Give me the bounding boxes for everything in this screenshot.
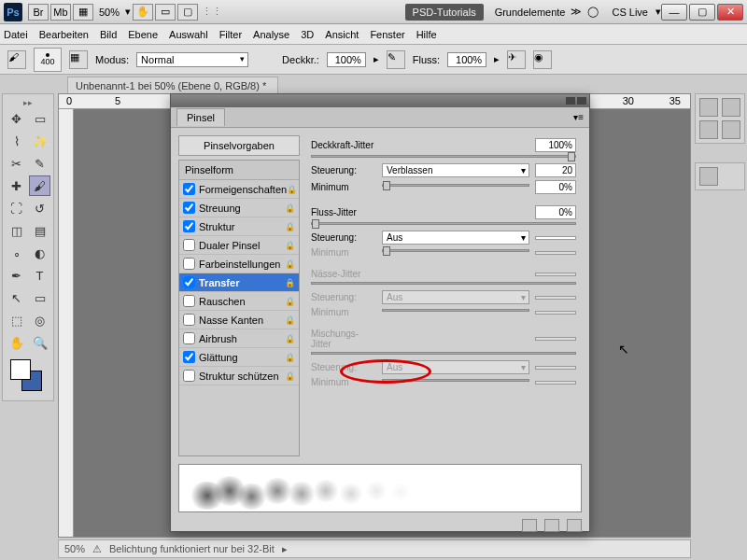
cslive-label[interactable]: CS Live <box>612 7 648 18</box>
workspace-button[interactable]: PSD-Tutorials <box>405 4 484 21</box>
screenmode-icon[interactable]: ▢ <box>177 4 198 21</box>
marquee-tool[interactable]: ▭ <box>29 108 50 129</box>
menu-3d[interactable]: 3D <box>301 29 314 40</box>
lock-icon[interactable]: 🔒 <box>285 278 295 287</box>
close-button[interactable]: ✕ <box>717 4 743 21</box>
chevron-down-icon[interactable]: ▾ <box>125 6 131 18</box>
panel-icon[interactable] <box>699 167 718 186</box>
opacity-control-select[interactable]: Verblassen <box>382 163 529 177</box>
shape-tool[interactable]: ▭ <box>29 287 50 308</box>
zoom-tool[interactable]: 🔍 <box>29 332 50 353</box>
flow-input[interactable]: 100% <box>447 52 486 67</box>
menu-ansicht[interactable]: Ansicht <box>325 29 359 40</box>
opt-streuung[interactable]: Streuung🔒 <box>179 199 299 217</box>
status-zoom[interactable]: 50% <box>64 543 85 554</box>
hand-icon[interactable]: ✋ <box>133 4 153 21</box>
pen-tool[interactable]: ✒ <box>6 265 27 286</box>
tablet-size-icon[interactable]: ◉ <box>533 50 552 69</box>
collapse-icon[interactable] <box>566 97 575 105</box>
lasso-tool[interactable]: ⌇ <box>6 131 27 151</box>
menu-analyse[interactable]: Analyse <box>253 29 289 40</box>
type-tool[interactable]: T <box>29 265 50 286</box>
dodge-tool[interactable]: ◐ <box>29 243 50 263</box>
panel-icon[interactable] <box>722 120 740 139</box>
eyedropper-tool[interactable]: ✎ <box>29 153 50 174</box>
crop-tool[interactable]: ✂ <box>6 153 27 174</box>
lock-icon[interactable]: 🔒 <box>287 185 297 194</box>
menu-datei[interactable]: Datei <box>4 29 28 40</box>
blur-tool[interactable]: ∘ <box>6 243 27 263</box>
tablet-opacity-icon[interactable]: ✎ <box>387 50 405 69</box>
panel-icon[interactable] <box>699 120 718 139</box>
menu-bearbeiten[interactable]: Bearbeiten <box>39 29 89 40</box>
menu-bild[interactable]: Bild <box>100 29 117 40</box>
lock-icon[interactable]: 🔒 <box>285 334 295 343</box>
minimize-button[interactable]: — <box>661 4 687 21</box>
opacity-jitter-value[interactable]: 100% <box>535 138 576 152</box>
cslive-icon[interactable]: ◯ <box>587 6 599 18</box>
menu-filter[interactable]: Filter <box>219 29 242 40</box>
lock-icon[interactable]: 🔒 <box>285 241 295 250</box>
opt-airbrush[interactable]: Airbrush🔒 <box>179 329 299 348</box>
minimum-value[interactable]: 0% <box>535 180 576 194</box>
chevron-icon[interactable]: ▸ <box>282 543 288 555</box>
lock-icon[interactable]: 🔒 <box>285 259 295 269</box>
opacity-control-value[interactable]: 20 <box>535 163 576 177</box>
brush-tool[interactable]: 🖌 <box>29 175 50 196</box>
flow-control-value[interactable] <box>535 236 576 240</box>
toggle-icon[interactable] <box>522 519 537 532</box>
trash-icon[interactable] <box>567 519 582 532</box>
move-tool[interactable]: ✥ <box>6 108 27 129</box>
eraser-tool[interactable]: ◫ <box>6 220 27 241</box>
panel-icon[interactable] <box>699 98 718 117</box>
panel-icon[interactable] <box>722 98 740 117</box>
opt-formeigenschaften[interactable]: Formeigenschaften🔒 <box>179 180 299 199</box>
brush-shape-header[interactable]: Pinselform <box>179 161 299 180</box>
panel-group-2[interactable] <box>695 162 745 190</box>
opt-farbeinstellungen[interactable]: Farbeinstellungen🔒 <box>179 255 299 273</box>
history-brush-tool[interactable]: ↺ <box>29 198 50 218</box>
new-preset-icon[interactable] <box>544 519 559 532</box>
color-swatches[interactable] <box>10 359 48 397</box>
camera-tool[interactable]: ◎ <box>29 310 50 330</box>
flow-jitter-slider[interactable] <box>311 222 576 225</box>
3d-tool[interactable]: ⬚ <box>6 310 27 330</box>
path-tool[interactable]: ↖ <box>6 287 27 308</box>
hand-tool[interactable]: ✋ <box>6 332 27 353</box>
panel-header[interactable] <box>171 94 589 107</box>
more-icon[interactable]: ≫ <box>571 6 582 18</box>
workspace-alt[interactable]: Grundelemente <box>489 4 571 21</box>
lock-icon[interactable]: 🔒 <box>285 203 295 213</box>
extras-icon[interactable]: ▦ <box>73 4 93 21</box>
lock-icon[interactable]: 🔒 <box>285 222 295 231</box>
opt-struktur[interactable]: Struktur🔒 <box>179 217 299 236</box>
flow-control-select[interactable]: Aus <box>382 231 529 245</box>
min-slider[interactable] <box>382 184 529 187</box>
stamp-tool[interactable]: ⛶ <box>6 198 27 218</box>
lock-icon[interactable]: 🔒 <box>285 371 295 381</box>
opt-transfer[interactable]: Transfer🔒 <box>179 273 299 292</box>
menu-fenster[interactable]: Fenster <box>370 29 404 40</box>
opt-rauschen[interactable]: Rauschen🔒 <box>179 292 299 311</box>
brush-panel-icon[interactable]: ▦ <box>69 50 88 69</box>
maximize-button[interactable]: ▢ <box>689 4 715 21</box>
lock-icon[interactable]: 🔒 <box>285 297 295 306</box>
mode-select[interactable]: Normal <box>136 52 248 67</box>
panel-menu-icon[interactable]: ▾≡ <box>573 112 584 122</box>
wand-tool[interactable]: ✨ <box>29 131 50 151</box>
lock-icon[interactable]: 🔒 <box>285 353 295 362</box>
menu-hilfe[interactable]: Hilfe <box>416 29 437 40</box>
heal-tool[interactable]: ✚ <box>6 175 27 196</box>
opacity-input[interactable]: 100% <box>327 52 366 67</box>
opt-glaettung[interactable]: Glättung🔒 <box>179 348 299 367</box>
airbrush-icon[interactable]: ✈ <box>507 50 526 69</box>
lock-icon[interactable]: 🔒 <box>285 315 295 325</box>
opacity-jitter-slider[interactable] <box>311 155 576 158</box>
minibridge-icon[interactable]: Mb <box>50 4 71 21</box>
presets-button[interactable]: Pinselvorgaben <box>178 135 300 156</box>
menu-auswahl[interactable]: Auswahl <box>169 29 208 40</box>
close-icon[interactable] <box>577 97 586 105</box>
foreground-color[interactable] <box>10 359 31 380</box>
opt-struktur-schuetzen[interactable]: Struktur schützen🔒 <box>179 367 299 385</box>
opt-nasse-kanten[interactable]: Nasse Kanten🔒 <box>179 311 299 329</box>
